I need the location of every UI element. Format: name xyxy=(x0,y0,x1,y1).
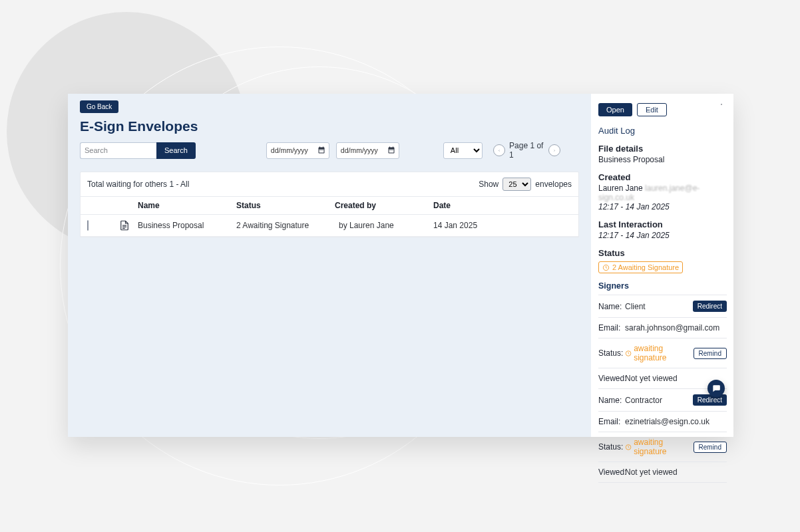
envelopes-label: envelopes xyxy=(535,180,572,189)
main-panel: Go Back E-Sign Envelopes Search All xyxy=(68,94,591,437)
signer-block: Name: Contractor Redirect Email: ezinetr… xyxy=(598,393,727,478)
signer-status-label: Status: xyxy=(598,348,625,358)
go-back-button[interactable]: Go Back xyxy=(80,100,118,113)
search-button[interactable]: Search xyxy=(156,142,196,159)
clock-icon xyxy=(602,264,610,271)
search-input[interactable] xyxy=(80,142,156,159)
col-name: Name xyxy=(138,201,236,210)
chevron-right-icon xyxy=(553,148,556,154)
pager-next-button[interactable] xyxy=(548,144,560,156)
show-label: Show xyxy=(479,180,499,189)
date-range-group xyxy=(266,142,399,159)
open-button[interactable]: Open xyxy=(598,103,632,116)
clock-icon xyxy=(625,350,632,357)
signer-name-label: Name: xyxy=(598,302,625,311)
signer-viewed-label: Viewed: xyxy=(598,374,625,383)
pager-prev-button[interactable] xyxy=(493,144,505,156)
divider xyxy=(598,317,727,318)
signers-header: Signers xyxy=(598,281,727,291)
signer-email-label: Email: xyxy=(598,417,625,426)
pager-label: Page 1 of 1 xyxy=(509,141,544,160)
status-label: Status xyxy=(598,248,727,258)
signer-status: awaiting signature xyxy=(625,344,694,362)
col-status: Status xyxy=(236,201,335,210)
page-title: E-Sign Envelopes xyxy=(80,118,579,134)
row-checkbox[interactable] xyxy=(87,220,89,231)
chat-icon xyxy=(711,384,721,393)
signer-email: ezinetrials@esign.co.uk xyxy=(625,417,727,426)
col-created-by: Created by xyxy=(335,201,433,210)
signer-status-label: Status: xyxy=(598,442,625,452)
cell-name: Business Proposal xyxy=(138,221,236,230)
file-details-name: Business Proposal xyxy=(598,155,727,164)
created-time: 12:17 - 14 Jan 2025 xyxy=(598,202,727,211)
close-icon xyxy=(720,101,723,108)
created-label: Created xyxy=(598,172,727,182)
signer-name: Contractor xyxy=(625,396,693,405)
signer-viewed-label: Viewed: xyxy=(598,467,625,477)
remind-button[interactable]: Remind xyxy=(694,442,727,453)
signer-name: Client xyxy=(625,302,693,311)
filter-select[interactable]: All xyxy=(443,142,483,159)
table-summary-text: Total waiting for others 1 - All xyxy=(87,180,189,189)
remind-button[interactable]: Remind xyxy=(694,348,727,359)
document-icon xyxy=(118,219,131,232)
search-group: Search xyxy=(80,142,196,159)
perpage-group: Show 25 envelopes xyxy=(479,178,572,191)
last-interaction-time: 12:17 - 14 Jan 2025 xyxy=(598,231,727,240)
pager: Page 1 of 1 xyxy=(493,141,560,160)
clock-icon xyxy=(625,444,632,451)
signer-name-label: Name: xyxy=(598,396,625,405)
col-date: Date xyxy=(433,201,532,210)
envelopes-table: Total waiting for others 1 - All Show 25… xyxy=(80,172,579,237)
cell-status: 2 Awaiting Signature xyxy=(236,221,335,230)
signer-email: sarah.johnson@gmail.com xyxy=(625,323,727,332)
created-name: Lauren Jane xyxy=(598,184,643,193)
chat-fab-button[interactable] xyxy=(707,380,725,397)
divider xyxy=(598,482,727,483)
signer-viewed: Not yet viewed xyxy=(625,467,727,477)
signer-block: Name: Client Redirect Email: sarah.johns… xyxy=(598,299,727,384)
date-from-input[interactable] xyxy=(266,142,329,159)
detail-panel: Open Edit Audit Log File details Busines… xyxy=(591,94,733,437)
divider xyxy=(598,295,727,295)
edit-button[interactable]: Edit xyxy=(637,103,667,116)
status-pill: 2 Awaiting Signature xyxy=(598,261,683,273)
signer-status: awaiting signature xyxy=(625,438,694,456)
redirect-button[interactable]: Redirect xyxy=(693,301,727,312)
redirect-button[interactable]: Redirect xyxy=(693,394,727,406)
toolbar: Search All Page 1 of 1 xyxy=(80,141,579,160)
divider xyxy=(598,411,727,412)
divider xyxy=(598,368,727,368)
chevron-left-icon xyxy=(498,148,500,154)
file-details-label: File details xyxy=(598,144,727,154)
divider xyxy=(598,462,727,462)
last-interaction-label: Last Interaction xyxy=(598,219,727,229)
app-shell: Go Back E-Sign Envelopes Search All xyxy=(68,94,733,437)
divider xyxy=(598,338,727,338)
signer-email-label: Email: xyxy=(598,323,625,332)
perpage-select[interactable]: 25 xyxy=(502,178,531,191)
audit-log-link[interactable]: Audit Log xyxy=(598,126,635,136)
cell-date: 14 Jan 2025 xyxy=(433,221,532,230)
table-row[interactable]: Business Proposal 2 Awaiting Signature b… xyxy=(81,215,578,237)
date-to-input[interactable] xyxy=(336,142,399,159)
table-header: Name Status Created by Date xyxy=(81,196,578,215)
cell-created-by: by Lauren Jane xyxy=(335,221,433,230)
close-panel-button[interactable] xyxy=(716,99,727,110)
divider xyxy=(598,432,727,432)
